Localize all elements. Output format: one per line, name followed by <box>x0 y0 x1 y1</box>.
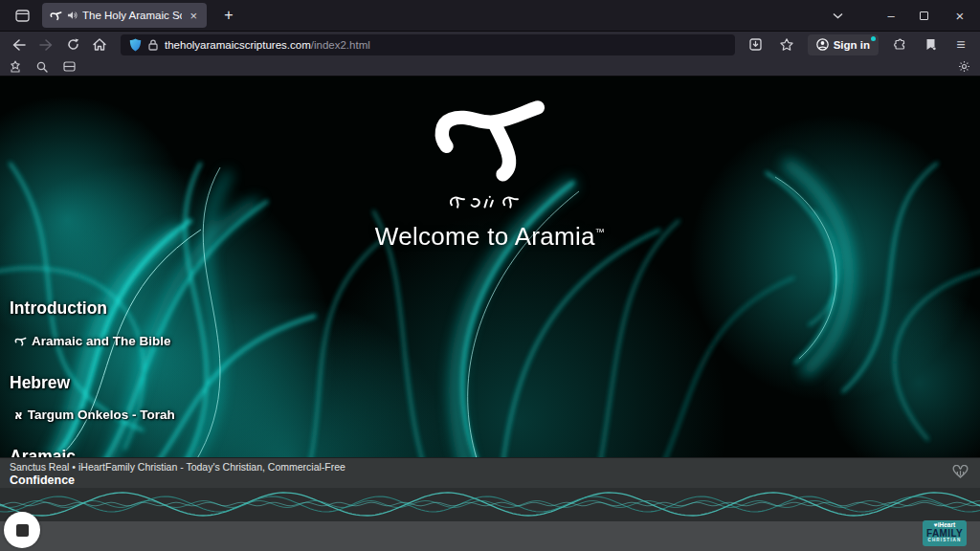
sign-in-label: Sign in <box>834 39 870 51</box>
player-info-bar: Sanctus Real • iHeartFamily Christian - … <box>0 457 980 488</box>
close-window-button[interactable]: × <box>940 0 980 31</box>
tab-close-icon[interactable]: × <box>188 9 199 23</box>
settings-gear-icon[interactable] <box>958 60 970 73</box>
sidebar-bookmarks-icon[interactable] <box>917 33 944 56</box>
tab-list-chevron-icon[interactable] <box>821 0 854 31</box>
tab-favicon-alap-icon <box>50 11 62 21</box>
stop-icon <box>16 524 29 537</box>
browser-window: The Holy Aramaic Scripture × + – × <box>0 0 980 551</box>
firefox-view-icon[interactable] <box>8 4 36 27</box>
waveform-svg <box>0 488 980 521</box>
audio-waveform <box>0 488 980 521</box>
secondary-toolbar <box>0 57 980 77</box>
sign-in-button[interactable]: Sign in <box>808 34 879 55</box>
lock-icon[interactable] <box>148 39 158 51</box>
new-tab-button[interactable]: + <box>216 7 241 24</box>
url-domain: theholyaramaicscriptures.com <box>165 39 311 51</box>
menu-icon[interactable]: ≡ <box>947 33 974 56</box>
url-bar[interactable]: theholyaramaicscriptures.com/index2.html <box>121 34 735 55</box>
bookmarks-badge-icon[interactable] <box>10 60 21 73</box>
extensions-icon[interactable] <box>886 33 913 56</box>
bookmark-star-icon[interactable] <box>773 33 800 56</box>
tab-title: The Holy Aramaic Scripture <box>82 10 182 21</box>
tracking-shield-icon[interactable] <box>129 38 142 52</box>
split-window-icon[interactable] <box>63 61 76 72</box>
alap-glyph-icon <box>14 337 27 346</box>
titlebar: The Holy Aramaic Scripture × + – × <box>0 0 980 31</box>
site-navigation: Introduction Aramaic and The Bible Hebre… <box>10 298 175 467</box>
forward-icon[interactable] <box>33 33 59 56</box>
iheart-family-badge: ♥iHeart FAMILY CHRISTIAN <box>923 520 967 546</box>
radio-player: Sanctus Real • iHeartFamily Christian - … <box>0 457 980 551</box>
notification-dot <box>871 36 876 41</box>
aleph-prefix: א <box>14 408 23 422</box>
save-page-icon[interactable] <box>743 33 769 56</box>
back-icon[interactable] <box>6 33 33 56</box>
track-title: Confidence <box>10 474 970 487</box>
home-icon[interactable] <box>86 33 113 56</box>
badge-christian-label: CHRISTIAN <box>924 539 965 543</box>
aramia-logo-alap-icon <box>429 94 551 186</box>
nav-heading-hebrew: Hebrew <box>10 373 175 393</box>
maximize-button[interactable] <box>907 0 940 31</box>
page-content: Welcome to Aramia™ Introduction Aramaic … <box>0 77 980 551</box>
welcome-heading: Welcome to Aramia™ <box>375 222 605 252</box>
aramaic-word-icon <box>446 193 534 212</box>
reload-icon[interactable] <box>59 33 86 56</box>
nav-link-aramaic-bible[interactable]: Aramaic and The Bible <box>14 334 175 348</box>
minimize-button[interactable]: – <box>875 0 907 31</box>
player-bottom-bar: ♥iHeart FAMILY CHRISTIAN <box>0 521 980 551</box>
station-line: Sanctus Real • iHeartFamily Christian - … <box>10 461 970 473</box>
tab-audio-icon[interactable] <box>67 11 78 20</box>
site-header: Welcome to Aramia™ <box>375 94 605 252</box>
iheart-logo-icon <box>952 465 969 478</box>
browser-tab[interactable]: The Holy Aramaic Scripture × <box>42 3 207 28</box>
stop-button[interactable] <box>4 512 40 548</box>
url-path: /index2.html <box>311 39 370 51</box>
nav-heading-introduction: Introduction <box>10 298 175 319</box>
url-text: theholyaramaicscriptures.com/index2.html <box>165 39 370 51</box>
trademark: ™ <box>595 227 605 237</box>
account-icon <box>816 38 829 51</box>
nav-link-targum-onkelos[interactable]: א Targum Onkelos - Torah <box>14 408 175 422</box>
search-icon[interactable] <box>36 61 48 73</box>
nav-toolbar: theholyaramaicscriptures.com/index2.html… <box>0 31 980 57</box>
